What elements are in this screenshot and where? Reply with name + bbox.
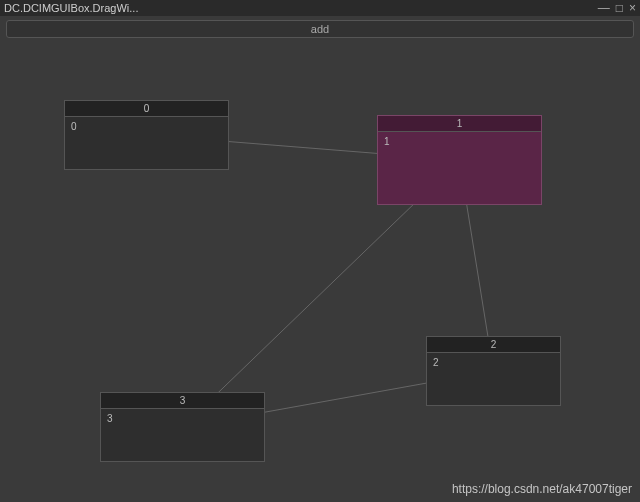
titlebar: DC.DCIMGUIBox.DragWi... — □ × <box>0 0 640 16</box>
add-button-label: add <box>311 23 329 35</box>
node-body: 0 <box>65 117 228 136</box>
node-title: 0 <box>65 101 228 117</box>
minimize-icon[interactable]: — <box>598 2 610 14</box>
window-title: DC.DCIMGUIBox.DragWi... <box>4 2 138 14</box>
node-title: 2 <box>427 337 560 353</box>
node[interactable]: 11 <box>377 115 542 205</box>
close-icon[interactable]: × <box>629 2 636 14</box>
node[interactable]: 00 <box>64 100 229 170</box>
window-controls: — □ × <box>598 0 636 16</box>
maximize-icon[interactable]: □ <box>616 2 623 14</box>
add-button[interactable]: add <box>6 20 634 38</box>
node-title: 3 <box>101 393 264 409</box>
node-title: 1 <box>378 116 541 132</box>
node-body: 3 <box>101 409 264 428</box>
node[interactable]: 22 <box>426 336 561 406</box>
node-body: 2 <box>427 353 560 372</box>
node-canvas[interactable]: 00112233 <box>0 40 640 502</box>
node-body: 1 <box>378 132 541 151</box>
node[interactable]: 33 <box>100 392 265 462</box>
